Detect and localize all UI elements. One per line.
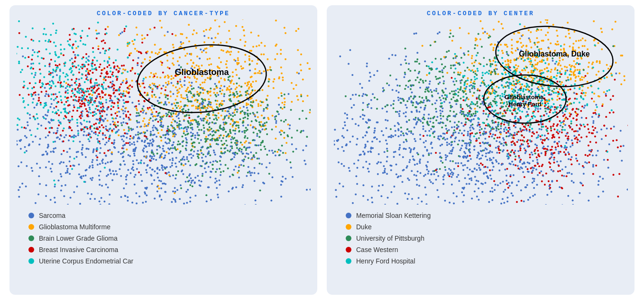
legend-dot: [346, 224, 351, 230]
legend-item: Duke: [346, 223, 620, 231]
legend-dot: [28, 247, 34, 253]
legend-dot: [28, 235, 34, 241]
legend-dot: [346, 235, 351, 241]
legend-item: Memorial Sloan Kettering: [346, 212, 620, 219]
legend-label: Brain Lower Grade Glioma: [39, 234, 118, 242]
legend-dot: [28, 258, 34, 264]
legend-label: Breast Invasive Carcinoma: [39, 246, 118, 253]
legend-item: Sarcoma: [28, 212, 303, 219]
legend-item: Brain Lower Grade Glioma: [28, 234, 303, 242]
left-legend: SarcomaGlioblastoma MultiformeBrain Lowe…: [14, 205, 313, 267]
legend-label: Sarcoma: [39, 212, 65, 219]
right-scatter: [334, 19, 628, 205]
legend-dot: [28, 224, 34, 230]
legend-dot: [346, 247, 351, 253]
legend-item: Glioblastoma Multiforme: [28, 223, 303, 231]
legend-label: Glioblastoma Multiforme: [39, 223, 110, 231]
left-scatter: [17, 19, 311, 205]
legend-dot: [28, 213, 34, 218]
legend-label: Uterine Corpus Endometrial Car: [39, 257, 133, 265]
legend-item: University of Pittsburgh: [346, 234, 620, 242]
legend-label: Duke: [356, 223, 372, 231]
legend-label: Case Western: [356, 246, 398, 253]
legend-label: Henry Ford Hospital: [356, 257, 415, 265]
legend-item: Case Western: [346, 246, 620, 253]
legend-dot: [346, 213, 351, 218]
legend-dot: [346, 258, 351, 264]
legend-item: Breast Invasive Carcinoma: [28, 246, 303, 253]
legend-item: Uterine Corpus Endometrial Car: [28, 257, 303, 265]
right-panel-title: COLOR-CODED BY CENTER: [427, 10, 534, 17]
right-panel: COLOR-CODED BY CENTER Memorial Sloan Ket…: [327, 5, 635, 295]
legend-label: University of Pittsburgh: [356, 234, 424, 242]
legend-label: Memorial Sloan Kettering: [356, 212, 431, 219]
right-legend: Memorial Sloan KetteringDukeUniversity o…: [331, 205, 630, 267]
left-panel-title: COLOR-CODED BY CANCER-TYPE: [97, 10, 230, 17]
legend-item: Henry Ford Hospital: [346, 257, 620, 265]
left-panel: COLOR-CODED BY CANCER-TYPE SarcomaGliobl…: [9, 5, 317, 295]
